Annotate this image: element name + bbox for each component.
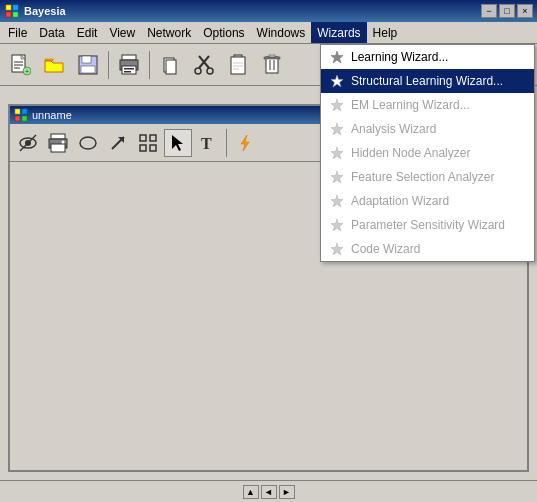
menu-edit[interactable]: Edit [71, 22, 104, 43]
adaptation-wizard-item[interactable]: Adaptation Wizard [321, 189, 534, 213]
svg-rect-17 [122, 66, 136, 74]
print-button[interactable] [113, 49, 145, 81]
maximize-button[interactable]: □ [499, 4, 515, 18]
wizards-dropdown: Learning Wizard... Structural Learning W… [320, 44, 535, 262]
svg-marker-56 [241, 135, 249, 151]
title-bar: Bayesia − □ × [0, 0, 537, 22]
svg-marker-59 [331, 99, 343, 111]
svg-rect-32 [264, 57, 280, 59]
feature-selection-analyzer-item[interactable]: Feature Selection Analyzer [321, 165, 534, 189]
wizard-icon-1 [329, 49, 345, 65]
menu-data[interactable]: Data [33, 22, 70, 43]
window-controls: − □ × [481, 4, 533, 18]
menu-options[interactable]: Options [197, 22, 250, 43]
svg-rect-1 [13, 5, 18, 10]
wizard-icon-7 [329, 193, 345, 209]
svg-rect-19 [124, 71, 131, 73]
svg-point-46 [62, 140, 65, 143]
svg-marker-62 [331, 171, 343, 183]
svg-text:T: T [201, 135, 212, 152]
svg-rect-3 [13, 12, 18, 17]
app-icon [4, 3, 20, 19]
title-text: Bayesia [24, 5, 477, 17]
svg-marker-58 [331, 75, 343, 87]
svg-rect-45 [51, 144, 65, 152]
menu-wizards[interactable]: Wizards [311, 22, 366, 43]
svg-point-25 [207, 68, 213, 74]
svg-rect-51 [150, 135, 156, 141]
status-bar: ▲ ◄ ► [0, 480, 537, 502]
copy-button[interactable] [154, 49, 186, 81]
nav-left[interactable]: ◄ [261, 485, 277, 499]
eye-button[interactable] [14, 129, 42, 157]
wizard-icon-9 [329, 241, 345, 257]
adaptation-wizard-label: Adaptation Wizard [351, 194, 449, 208]
separator-3 [226, 129, 227, 157]
new-button[interactable]: + [4, 49, 36, 81]
menu-network[interactable]: Network [141, 22, 197, 43]
paste-button[interactable] [222, 49, 254, 81]
print2-button[interactable] [44, 129, 72, 157]
close-button[interactable]: × [517, 4, 533, 18]
wizard-icon-3 [329, 97, 345, 113]
svg-rect-53 [150, 145, 156, 151]
svg-rect-2 [6, 12, 11, 17]
code-wizard-label: Code Wizard [351, 242, 420, 256]
wizard-icon-4 [329, 121, 345, 137]
save-button[interactable] [72, 49, 104, 81]
oval-button[interactable] [74, 129, 102, 157]
arrow-button[interactable] [104, 129, 132, 157]
code-wizard-item[interactable]: Code Wizard [321, 237, 534, 261]
wizard-icon-2 [329, 73, 345, 89]
svg-rect-36 [15, 109, 20, 114]
svg-marker-64 [331, 219, 343, 231]
hidden-node-analyzer-label: Hidden Node Analyzer [351, 146, 470, 160]
svg-rect-43 [51, 134, 65, 139]
svg-point-47 [80, 137, 96, 149]
minimize-button[interactable]: − [481, 4, 497, 18]
cursor-button[interactable] [164, 129, 192, 157]
svg-rect-21 [166, 60, 176, 74]
nav-up[interactable]: ▲ [243, 485, 259, 499]
menu-file[interactable]: File [2, 22, 33, 43]
svg-rect-31 [266, 57, 278, 73]
grid-button[interactable] [134, 129, 162, 157]
menu-view[interactable]: View [103, 22, 141, 43]
separator-1 [108, 51, 109, 79]
svg-rect-39 [22, 116, 27, 121]
menu-windows[interactable]: Windows [251, 22, 312, 43]
svg-marker-65 [331, 243, 343, 255]
delete-button[interactable] [256, 49, 288, 81]
text-button[interactable]: T [194, 129, 222, 157]
structural-learning-wizard-item[interactable]: Structural Learning Wizard... [321, 69, 534, 93]
structural-learning-wizard-label: Structural Learning Wizard... [351, 74, 503, 88]
svg-rect-38 [15, 116, 20, 121]
svg-point-24 [195, 68, 201, 74]
svg-rect-37 [22, 109, 27, 114]
feature-selection-analyzer-label: Feature Selection Analyzer [351, 170, 494, 184]
svg-rect-35 [269, 55, 275, 57]
open-button[interactable] [38, 49, 70, 81]
parameter-sensitivity-wizard-item[interactable]: Parameter Sensitivity Wizard [321, 213, 534, 237]
analysis-wizard-item[interactable]: Analysis Wizard [321, 117, 534, 141]
svg-rect-52 [140, 145, 146, 151]
lightning-button[interactable] [231, 129, 259, 157]
svg-rect-18 [124, 68, 134, 70]
analysis-wizard-label: Analysis Wizard [351, 122, 436, 136]
learning-wizard-item[interactable]: Learning Wizard... [321, 45, 534, 69]
sub-window-icon [14, 108, 28, 122]
svg-rect-13 [82, 56, 91, 63]
svg-marker-54 [172, 135, 183, 151]
nav-right[interactable]: ► [279, 485, 295, 499]
svg-marker-57 [331, 51, 343, 63]
hidden-node-analyzer-item[interactable]: Hidden Node Analyzer [321, 141, 534, 165]
learning-wizard-label: Learning Wizard... [351, 50, 448, 64]
em-learning-wizard-item[interactable]: EM Learning Wizard... [321, 93, 534, 117]
nav-controls: ▲ ◄ ► [243, 485, 295, 499]
parameter-sensitivity-wizard-label: Parameter Sensitivity Wizard [351, 218, 505, 232]
menu-help[interactable]: Help [367, 22, 404, 43]
svg-rect-50 [140, 135, 146, 141]
svg-marker-61 [331, 147, 343, 159]
cut-button[interactable] [188, 49, 220, 81]
em-learning-wizard-label: EM Learning Wizard... [351, 98, 470, 112]
